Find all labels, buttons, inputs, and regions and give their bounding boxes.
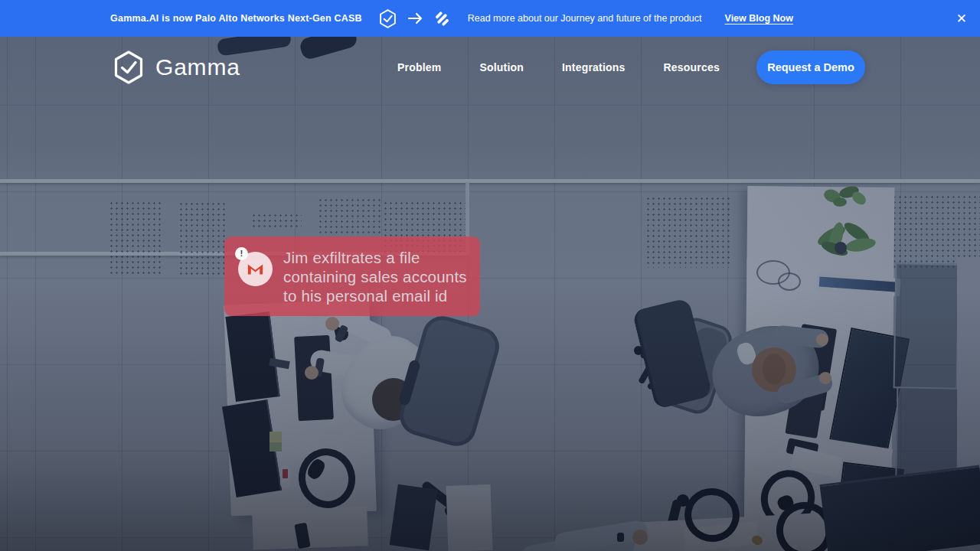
alert-exclamation-badge: ! bbox=[235, 247, 248, 260]
nav-item-problem[interactable]: Problem bbox=[397, 61, 441, 73]
brand-transition-icons bbox=[379, 9, 451, 28]
landing-page: ! Jim exfiltrates a file containing sale… bbox=[0, 0, 980, 551]
gmail-m-icon bbox=[245, 259, 266, 279]
palo-alto-networks-icon bbox=[433, 10, 451, 28]
close-icon[interactable]: ✕ bbox=[956, 12, 967, 25]
announcement-row: Gamma.AI is now Palo Alto Networks Next-… bbox=[110, 9, 793, 28]
announcement-banner: Gamma.AI is now Palo Alto Networks Next-… bbox=[0, 0, 980, 37]
nav-item-resources[interactable]: Resources bbox=[664, 61, 720, 73]
nav-item-integrations[interactable]: Integrations bbox=[562, 61, 626, 73]
nav-item-solution[interactable]: Solution bbox=[479, 61, 524, 73]
brand-name: Gamma bbox=[155, 54, 240, 80]
alert-line: to his personal email id bbox=[283, 286, 467, 305]
gamma-logo[interactable]: Gamma bbox=[113, 51, 240, 84]
alert-text: Jim exfiltrates a file containing sales … bbox=[283, 248, 467, 305]
exfiltration-alert-card: ! Jim exfiltrates a file containing sale… bbox=[224, 236, 480, 316]
arrow-right-icon bbox=[407, 10, 423, 27]
alert-line: containing sales accounts bbox=[283, 267, 467, 286]
view-blog-link[interactable]: View Blog Now bbox=[725, 13, 793, 24]
request-demo-button[interactable]: Request a Demo bbox=[756, 51, 865, 84]
main-nav: Problem Solution Integrations Resources bbox=[397, 37, 720, 98]
alert-line: Jim exfiltrates a file bbox=[283, 248, 467, 267]
gamma-shield-icon bbox=[379, 9, 397, 28]
site-header: Gamma Problem Solution Integrations Reso… bbox=[0, 37, 980, 98]
announcement-text: Gamma.AI is now Palo Alto Networks Next-… bbox=[110, 13, 362, 24]
banner-read-more-text: Read more about our Journey and future o… bbox=[468, 13, 702, 24]
gamma-logo-icon bbox=[113, 51, 144, 84]
